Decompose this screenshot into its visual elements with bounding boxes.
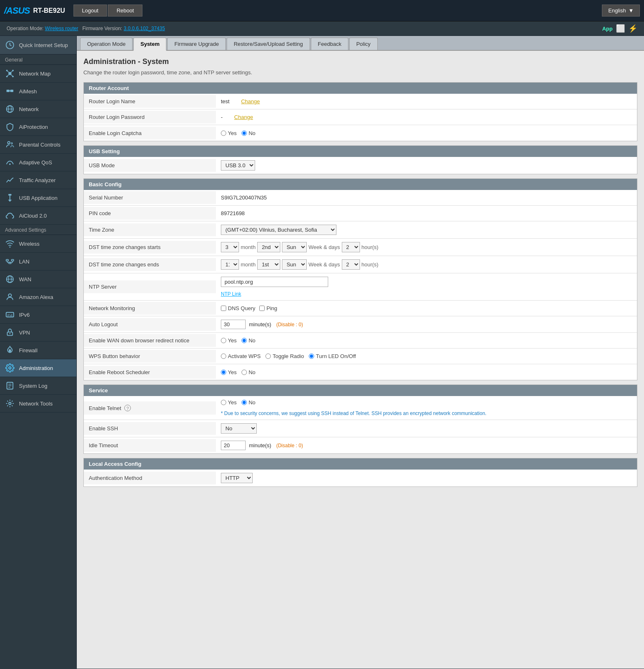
captcha-no-radio[interactable] [242, 130, 247, 136]
language-button[interactable]: English ▼ [602, 5, 640, 17]
svg-point-33 [8, 294, 11, 297]
reboot-no-label[interactable]: No [242, 369, 256, 375]
telnet-no-radio[interactable] [242, 400, 247, 405]
subheader-right: App ⬜ ⚡ [602, 24, 637, 33]
content-area: Operation Mode System Firmware Upgrade R… [77, 36, 644, 669]
ssh-select[interactable]: No Yes LAN only [221, 423, 257, 434]
dst-end-day-select[interactable]: SunMon [282, 259, 307, 270]
dst-end-week-select[interactable]: 1st2nd [257, 259, 280, 270]
dst-end-controls: 11 month 1st2nd SunMon Week & days 2 hou… [221, 259, 379, 270]
reboot-yes-label[interactable]: Yes [221, 369, 237, 375]
sidebar-item-wireless[interactable]: Wireless [0, 235, 76, 253]
basic-config-body: Serial Number S9IG7L200407N35 PIN code 8… [84, 190, 637, 380]
sidebar-item-network[interactable]: Network [0, 100, 76, 118]
wps-radio-group: Activate WPS Toggle Radio Turn LED On/Of… [221, 353, 356, 359]
login-name-change[interactable]: Change [241, 98, 260, 104]
login-name-row: Router Login Name test Change [84, 94, 637, 109]
dns-query-label[interactable]: DNS Query [221, 305, 255, 311]
header: /ASUS RT-BE92U Logout Reboot English ▼ [0, 0, 644, 21]
sidebar-item-network-tools[interactable]: Network Tools [0, 395, 76, 413]
dst-start-hour-select[interactable]: 2 [342, 242, 360, 252]
sidebar-item-aiprotection[interactable]: AiProtection [0, 118, 76, 136]
timezone-select[interactable]: (GMT+02:00) Vilnius, Bucharest, Sofia [221, 225, 336, 235]
captcha-yes-label[interactable]: Yes [221, 130, 237, 136]
reboot-yes-radio[interactable] [221, 370, 226, 375]
tab-bar: Operation Mode System Firmware Upgrade R… [77, 36, 644, 51]
wan-no-radio[interactable] [242, 338, 247, 343]
tab-feedback[interactable]: Feedback [311, 38, 348, 50]
dst-end-month-select[interactable]: 11 [221, 259, 239, 270]
wan-icon [5, 274, 15, 284]
sidebar-item-traffic-analyzer[interactable]: Traffic Analyzer [0, 171, 76, 189]
reboot-no-radio[interactable] [242, 370, 247, 375]
wps-led-label[interactable]: Turn LED On/Off [309, 353, 356, 359]
tab-operation-mode[interactable]: Operation Mode [80, 38, 133, 50]
wps-activate-radio[interactable] [221, 353, 226, 359]
sidebar-item-ipv6[interactable]: IPv6 IPv6 [0, 306, 76, 324]
sidebar-item-usb-application[interactable]: USB Application [0, 189, 76, 207]
sidebar-item-wan[interactable]: WAN [0, 270, 76, 288]
autologout-unit: minute(s) [249, 321, 271, 327]
usb-mode-select[interactable]: USB 3.0 USB 2.0 [221, 160, 255, 171]
wps-toggle-radio[interactable] [265, 353, 271, 359]
ntp-input[interactable] [221, 277, 328, 287]
tab-firmware-upgrade[interactable]: Firmware Upgrade [167, 38, 226, 50]
captcha-yes-radio[interactable] [221, 130, 226, 136]
sidebar-item-network-map[interactable]: Network Map [0, 65, 76, 83]
ping-checkbox[interactable] [259, 306, 265, 311]
sidebar-item-parental-controls[interactable]: Parental Controls [0, 136, 76, 154]
idle-timeout-input[interactable] [221, 441, 246, 450]
dst-start-day-select[interactable]: SunMonTue [282, 242, 307, 252]
autologout-input[interactable] [221, 320, 246, 329]
sidebar-item-amazon-alexa[interactable]: Amazon Alexa [0, 288, 76, 306]
sidebar-item-aicloud[interactable]: AiCloud 2.0 [0, 207, 76, 225]
wps-row: WPS Button behavior Activate WPS Toggle … [84, 349, 637, 364]
tab-restore-save[interactable]: Restore/Save/Upload Setting [227, 38, 310, 50]
logout-button[interactable]: Logout [73, 5, 107, 17]
ssh-row: Enable SSH No Yes LAN only [84, 420, 637, 437]
sidebar-item-vpn[interactable]: VPN [0, 324, 76, 342]
wan-redirect-label: Enable WAN down browser redirect notice [84, 334, 216, 347]
firmware-value[interactable]: 3.0.0.6.102_37435 [123, 26, 165, 31]
dst-start-month-select[interactable]: 3 [221, 242, 239, 252]
sidebar-item-aimesh[interactable]: AiMesh [0, 83, 76, 100]
auth-method-select[interactable]: HTTP HTTPS Both [221, 473, 253, 483]
svg-point-37 [9, 333, 11, 334]
wan-yes-label[interactable]: Yes [221, 337, 237, 344]
sidebar-item-quick-setup[interactable]: Quick Internet Setup [0, 36, 76, 55]
sidebar-item-label: AiCloud 2.0 [19, 213, 47, 219]
reboot-button[interactable]: Reboot [108, 5, 142, 17]
tab-policy[interactable]: Policy [349, 38, 378, 50]
wan-yes-radio[interactable] [221, 338, 226, 343]
wps-activate-label[interactable]: Activate WPS [221, 353, 260, 359]
sidebar-item-adaptive-qos[interactable]: Adaptive QoS [0, 154, 76, 171]
ntp-link[interactable]: NTP Link [221, 291, 241, 297]
wan-no-label[interactable]: No [242, 337, 256, 344]
op-mode-value[interactable]: Wireless router [45, 26, 78, 31]
captcha-no-label[interactable]: No [242, 130, 256, 136]
dns-query-checkbox[interactable] [221, 306, 226, 311]
dst-end-hour-select[interactable]: 2 [342, 259, 360, 270]
sidebar-item-administration[interactable]: Administration [0, 359, 76, 377]
sidebar-item-lan[interactable]: LAN [0, 253, 76, 270]
sidebar-item-system-log[interactable]: System Log [0, 377, 76, 395]
dst-start-label: DST time zone changes starts [84, 241, 216, 254]
local-access-header: Local Access Config [84, 458, 637, 470]
svg-point-18 [9, 164, 11, 165]
sidebar-item-firewall[interactable]: Firewall [0, 342, 76, 359]
screen-icon[interactable]: ⬜ [616, 24, 625, 33]
wps-led-radio[interactable] [309, 353, 314, 359]
ping-label[interactable]: Ping [259, 305, 277, 311]
login-password-change[interactable]: Change [234, 114, 253, 120]
telnet-no-label[interactable]: No [242, 399, 256, 406]
serial-value: S9IG7L200407N35 [216, 191, 637, 204]
dst-start-week-select[interactable]: 2nd1st3rd4th [257, 242, 280, 252]
tab-system[interactable]: System [133, 38, 166, 51]
telnet-yes-label[interactable]: Yes [221, 399, 237, 406]
telnet-yes-radio[interactable] [221, 400, 226, 405]
wps-toggle-label[interactable]: Toggle Radio [265, 353, 304, 359]
pin-row: PIN code 89721698 [84, 206, 637, 221]
telnet-label: Enable Telnet ? [84, 401, 216, 415]
usb-icon[interactable]: ⚡ [628, 24, 637, 33]
dst-end-label: DST time zone changes ends [84, 258, 216, 271]
